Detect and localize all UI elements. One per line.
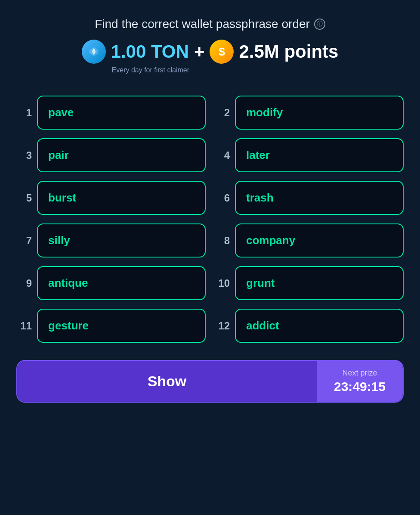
show-button[interactable]: Show — [17, 361, 317, 402]
word-number-4: 4 — [214, 149, 230, 161]
word-item-12: 12 addict — [214, 309, 404, 343]
word-box-7[interactable]: silly — [37, 223, 206, 258]
ton-amount: 1.00 TON — [111, 41, 189, 62]
word-number-3: 3 — [16, 149, 32, 161]
ton-icon — [82, 40, 106, 64]
word-item-1: 1 pave — [16, 96, 206, 130]
word-box-9[interactable]: antique — [37, 266, 206, 300]
word-box-1[interactable]: pave — [37, 96, 206, 130]
word-box-4[interactable]: later — [235, 138, 404, 172]
page-title: Find the correct wallet passphrase order… — [82, 17, 339, 31]
word-item-4: 4 later — [214, 138, 404, 172]
word-box-5[interactable]: burst — [37, 181, 206, 215]
title-text: Find the correct wallet passphrase order — [95, 17, 310, 31]
word-item-5: 5 burst — [16, 181, 206, 215]
info-icon[interactable]: ⓘ — [314, 19, 325, 30]
word-box-11[interactable]: gesture — [37, 309, 206, 343]
word-number-9: 9 — [16, 277, 32, 289]
word-number-5: 5 — [16, 192, 32, 204]
word-item-10: 10 grunt — [214, 266, 404, 300]
coin-symbol: $ — [219, 45, 225, 59]
word-number-7: 7 — [16, 235, 32, 247]
word-item-9: 9 antique — [16, 266, 206, 300]
word-number-12: 12 — [214, 320, 230, 332]
word-item-11: 11 gesture — [16, 309, 206, 343]
next-prize-timer: 23:49:15 — [334, 379, 386, 394]
word-item-7: 7 silly — [16, 223, 206, 258]
word-item-8: 8 company — [214, 223, 404, 258]
next-prize-label: Next prize — [342, 369, 377, 378]
word-box-10[interactable]: grunt — [235, 266, 404, 300]
word-number-2: 2 — [214, 107, 230, 119]
word-box-3[interactable]: pair — [37, 138, 206, 172]
word-item-6: 6 trash — [214, 181, 404, 215]
next-prize-panel: Next prize 23:49:15 — [317, 361, 403, 402]
words-grid: 1 pave 2 modify 3 pair 4 later 5 burst 6… — [16, 96, 404, 343]
word-number-1: 1 — [16, 107, 32, 119]
page-header: Find the correct wallet passphrase order… — [82, 17, 339, 74]
word-box-2[interactable]: modify — [235, 96, 404, 130]
word-box-12[interactable]: addict — [235, 309, 404, 343]
word-number-6: 6 — [214, 192, 230, 204]
word-number-11: 11 — [16, 320, 32, 332]
word-box-8[interactable]: company — [235, 223, 404, 258]
bottom-bar: Show Next prize 23:49:15 — [16, 360, 404, 403]
reward-subtitle: Every day for first claimer — [82, 66, 339, 74]
coin-icon: $ — [210, 40, 234, 64]
word-box-6[interactable]: trash — [235, 181, 404, 215]
word-item-2: 2 modify — [214, 96, 404, 130]
word-item-3: 3 pair — [16, 138, 206, 172]
plus-sign: + — [194, 41, 205, 62]
word-number-10: 10 — [214, 277, 230, 289]
word-number-8: 8 — [214, 235, 230, 247]
points-amount: 2.5M points — [239, 41, 338, 62]
reward-row: 1.00 TON + $ 2.5M points — [82, 40, 339, 64]
